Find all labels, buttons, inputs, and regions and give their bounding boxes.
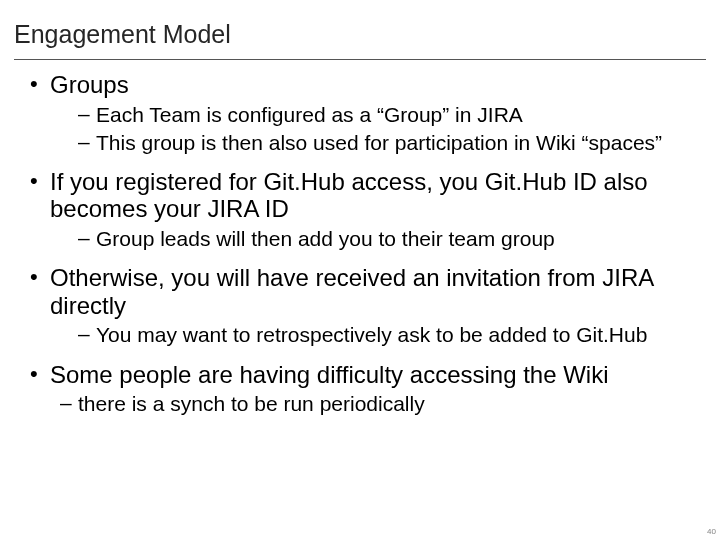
sub-list-item: This group is then also used for partici… xyxy=(78,129,706,157)
list-item-text: Groups xyxy=(50,71,129,98)
list-item: Otherwise, you will have received an inv… xyxy=(30,259,706,355)
page-number: 40 xyxy=(707,527,716,536)
sub-list-item: You may want to retrospectively ask to b… xyxy=(78,321,706,349)
list-item-text: Otherwise, you will have received an inv… xyxy=(50,264,653,319)
sub-list-item-text: Group leads will then add you to their t… xyxy=(96,227,555,250)
sub-list: Group leads will then add you to their t… xyxy=(50,225,706,253)
sub-list-item: Group leads will then add you to their t… xyxy=(78,225,706,253)
bullet-list: Groups Each Team is configured as a “Gro… xyxy=(14,66,706,424)
sub-list: Each Team is configured as a “Group” in … xyxy=(50,101,706,157)
list-item: Some people are having difficulty access… xyxy=(30,356,706,425)
sub-list: You may want to retrospectively ask to b… xyxy=(50,321,706,349)
slide: Engagement Model Groups Each Team is con… xyxy=(0,0,720,540)
sub-list: there is a synch to be run periodically xyxy=(50,390,706,418)
sub-list-item-text: there is a synch to be run periodically xyxy=(78,392,425,415)
sub-list-item-text: This group is then also used for partici… xyxy=(96,131,662,154)
list-item-text: Some people are having difficulty access… xyxy=(50,361,609,388)
list-item: Groups Each Team is configured as a “Gro… xyxy=(30,66,706,163)
sub-list-item: Each Team is configured as a “Group” in … xyxy=(78,101,706,129)
slide-title: Engagement Model xyxy=(14,14,706,60)
sub-list-item-text: You may want to retrospectively ask to b… xyxy=(96,323,647,346)
sub-list-item-text: Each Team is configured as a “Group” in … xyxy=(96,103,523,126)
list-item-text: If you registered for Git.Hub access, yo… xyxy=(50,168,648,223)
list-item: If you registered for Git.Hub access, yo… xyxy=(30,163,706,259)
sub-list-item: there is a synch to be run periodically xyxy=(60,390,706,418)
